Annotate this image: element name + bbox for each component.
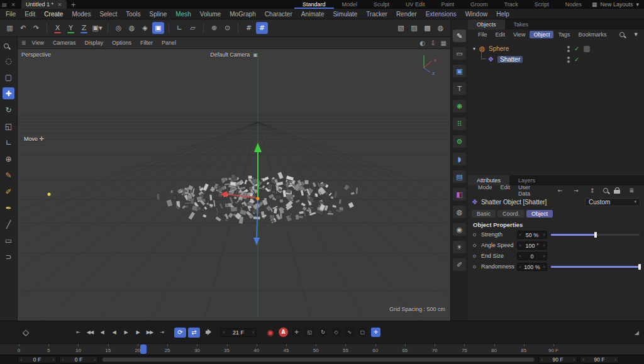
shader-pen-icon[interactable]: ✐ <box>453 258 466 271</box>
zoom-tool[interactable] <box>3 42 14 50</box>
next-frame-button[interactable]: ▶ <box>133 328 143 337</box>
menubar-item-edit[interactable]: Edit <box>20 11 40 18</box>
preview-start-field[interactable]: ‹0 F› <box>59 356 98 363</box>
layout-tab-model[interactable]: Model <box>334 0 366 9</box>
decrement-arrow[interactable]: ‹ <box>518 253 523 259</box>
increment-arrow[interactable]: › <box>541 264 547 270</box>
menubar-item-select[interactable]: Select <box>95 11 121 18</box>
layout-tab-groom[interactable]: Groom <box>462 0 496 9</box>
uv-plane-icon[interactable]: ◧ <box>453 188 466 201</box>
end-size-value-field[interactable]: ‹ 0 › <box>517 252 547 260</box>
keyframe-parameter-button[interactable]: ◇ <box>331 328 341 337</box>
knife-tool[interactable]: ╱ <box>3 218 14 230</box>
timeline-ruler[interactable]: 051015202530354045505560657075808590 F <box>0 343 644 355</box>
keyframe-selection-button[interactable]: ▢ <box>358 328 367 337</box>
keyframe-position-button[interactable]: ✛ <box>292 328 301 337</box>
menubar-item-mesh[interactable]: Mesh <box>171 11 195 18</box>
preview-end-field[interactable]: ‹90 F› <box>538 356 577 363</box>
viewport-menu-panel[interactable]: Panel <box>157 40 180 46</box>
coord-system-button[interactable]: ▣▾ <box>91 22 103 34</box>
camera-swap-icon[interactable]: ▣ <box>253 52 258 58</box>
viewport-menu-options[interactable]: Options <box>108 40 136 46</box>
texture-axis-button[interactable]: ⊙ <box>221 22 233 34</box>
visibility-dots[interactable] <box>567 55 570 64</box>
attributes-menu-edit[interactable]: Edit <box>497 184 514 197</box>
keyframe-circle[interactable] <box>473 233 476 236</box>
app-menu-icon[interactable]: ▤ <box>0 2 9 8</box>
marker-diamond-icon[interactable]: ◇ <box>23 328 29 337</box>
dynamics-gear-icon[interactable]: ⚙ <box>453 135 466 148</box>
redo-button[interactable]: ↷ <box>30 22 42 34</box>
3d-viewport[interactable]: x z Perspective Default Camera ▣ Move ✛ … <box>18 49 450 321</box>
strength-value-field[interactable]: ‹ 50 % › <box>517 231 547 239</box>
menubar-item-help[interactable]: Help <box>492 11 514 18</box>
move-tool[interactable]: ✚ <box>3 87 14 99</box>
spline-rectangle-icon[interactable]: ▭ <box>453 47 466 60</box>
visibility-dots[interactable] <box>567 45 570 53</box>
rect-selection-tool[interactable]: ▢ <box>3 71 14 83</box>
menubar-item-window[interactable]: Window <box>461 11 492 18</box>
pen-tool-icon[interactable]: ✎ <box>453 30 466 42</box>
workplane-button[interactable]: ▱ <box>187 22 199 34</box>
view-label[interactable]: Perspective <box>21 52 51 58</box>
model-mode-button[interactable]: ◍ <box>126 22 138 34</box>
texture-mode-button[interactable]: ◈ <box>139 22 151 34</box>
menubar-item-tracker[interactable]: Tracker <box>362 11 392 18</box>
timeline-resize-icon[interactable]: ◢ <box>635 329 639 336</box>
autokey-button[interactable]: A <box>279 328 288 337</box>
menubar-item-modes[interactable]: Modes <box>67 11 95 18</box>
window-close-icon[interactable]: × <box>9 2 18 8</box>
decrement-arrow[interactable]: ‹ <box>221 329 226 335</box>
menubar-item-file[interactable]: File <box>1 11 20 18</box>
panel-menu-icon[interactable]: ≣ <box>625 187 638 194</box>
object-name[interactable]: Sphere <box>489 45 509 52</box>
range-playback-button[interactable]: ⇄ <box>188 328 200 338</box>
loop-button[interactable]: ⟳ <box>174 328 186 338</box>
decrement-arrow[interactable]: ‹ <box>518 232 523 238</box>
enabled-check-icon[interactable]: ✓ <box>574 56 579 63</box>
panel-tab-takes[interactable]: Takes <box>505 19 538 30</box>
phong-tag-icon[interactable] <box>584 46 590 52</box>
viewport-menu-display[interactable]: Display <box>80 40 108 46</box>
tab-close-icon[interactable]: × <box>57 1 62 8</box>
camera-icon[interactable]: ◉ <box>453 223 466 236</box>
render-settings-button[interactable]: ▩ <box>421 22 433 34</box>
randomness-slider[interactable] <box>551 266 640 268</box>
objects-menu-bookmarks[interactable]: Bookmarks <box>574 31 610 38</box>
light-icon[interactable]: ☀ <box>453 241 466 253</box>
scrollbar-handle[interactable] <box>103 358 534 361</box>
strength-slider[interactable] <box>551 234 640 236</box>
menubar-item-character[interactable]: Character <box>260 11 297 18</box>
section-tab-basic[interactable]: Basic <box>472 210 496 218</box>
axis-mode-button[interactable]: ∟ <box>174 22 186 34</box>
menubar-item-mograph[interactable]: MoGraph <box>225 11 260 18</box>
preset-dropdown[interactable]: Custom ▾ <box>585 198 640 206</box>
coord-tool[interactable]: ⊕ <box>3 153 14 165</box>
shading-icon[interactable]: ◐ <box>419 40 425 47</box>
axis-lock-tool[interactable]: ∟ <box>3 136 14 148</box>
slider-handle[interactable] <box>638 264 641 270</box>
decrement-arrow[interactable]: ‹ <box>518 264 523 270</box>
document-tab[interactable]: Untitled 1 * × <box>21 0 67 9</box>
forward-arrow-icon[interactable]: → <box>570 187 582 194</box>
lock-icon[interactable] <box>614 187 621 194</box>
keyframe-rotation-button[interactable]: ↻ <box>318 328 328 337</box>
section-tab-coord-[interactable]: Coord. <box>497 210 525 218</box>
brush-tool[interactable]: ✎ <box>3 169 14 181</box>
menubar-item-volume[interactable]: Volume <box>196 11 225 18</box>
keyframe-scale-button[interactable]: ◱ <box>305 328 314 337</box>
prev-frame-button[interactable]: ◀ <box>97 328 107 337</box>
play-button[interactable]: ▶ <box>121 328 131 337</box>
current-frame-field[interactable]: ‹ 21 F › <box>220 328 257 337</box>
angle-speed-value-field[interactable]: ‹ 100 ° › <box>517 241 547 250</box>
play-backward-button[interactable]: ◀ <box>109 328 119 337</box>
keyframe-circle[interactable] <box>473 265 476 268</box>
layout-tab-nodes[interactable]: Nodes <box>557 0 590 9</box>
cube-primitive-icon[interactable]: ▣ <box>453 65 466 77</box>
live-selection-tool[interactable]: ◌ <box>3 55 14 67</box>
timeline-scrollbar[interactable] <box>102 357 535 362</box>
object-axis-button[interactable]: ⊕ <box>208 22 220 34</box>
layout-tab-script[interactable]: Script <box>526 0 557 9</box>
group-title[interactable]: Object Properties <box>468 219 644 229</box>
section-tab-object[interactable]: Object <box>526 210 553 218</box>
